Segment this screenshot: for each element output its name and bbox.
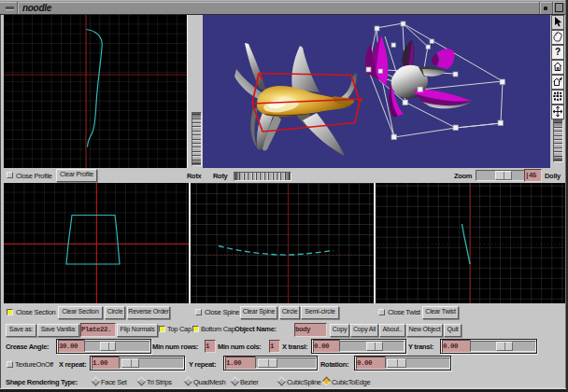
svg-text:?: ? <box>555 47 561 57</box>
